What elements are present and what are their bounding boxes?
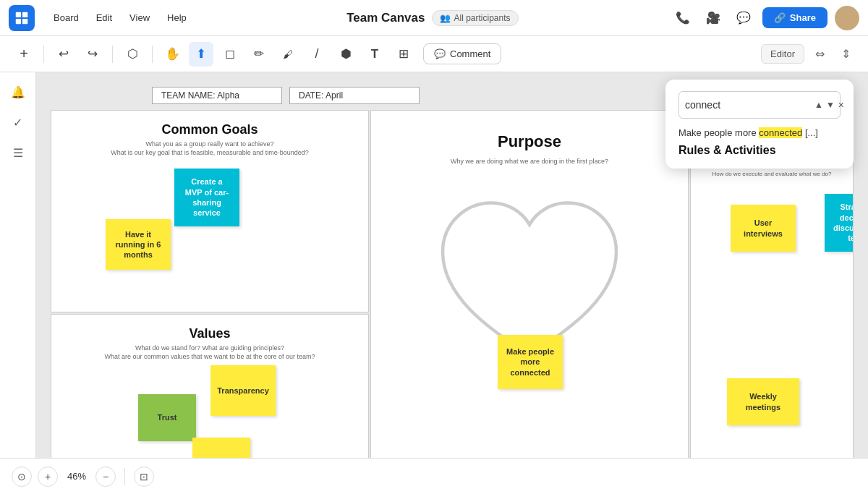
search-bar: ▲ ▼ × bbox=[678, 91, 841, 119]
eraser-tool[interactable]: ◻ bbox=[218, 42, 242, 67]
values-title: Values bbox=[63, 326, 357, 341]
left-sidebar: 🔔 ✓ ☰ bbox=[0, 72, 36, 458]
bottom-bar: ⊙ + 46% − ⊡ bbox=[0, 458, 868, 494]
user-avatar[interactable] bbox=[835, 6, 859, 30]
chat-icon-btn[interactable]: 💬 bbox=[732, 7, 755, 30]
common-goals-subtitle: What you as a group really want to achie… bbox=[63, 140, 357, 157]
sticky-create-mvp[interactable]: Create a MVP of car-sharing service bbox=[174, 169, 239, 226]
menu-items: Board Edit View Help bbox=[46, 9, 194, 27]
sticky-have-it-running[interactable]: Have it running in 6 months bbox=[106, 219, 171, 270]
sticky-weekly-meetings[interactable]: Weekly meetings bbox=[727, 378, 799, 425]
separator-2 bbox=[112, 46, 113, 63]
separator bbox=[124, 468, 125, 485]
line-tool[interactable]: / bbox=[305, 42, 329, 67]
collapse-button[interactable]: ⇔ bbox=[809, 43, 830, 65]
search-overlay: ▲ ▼ × Make people more connected [...] R… bbox=[665, 80, 854, 169]
share-label: Share bbox=[790, 12, 816, 23]
sticky-trust[interactable]: Trust bbox=[138, 394, 196, 441]
separator-3 bbox=[152, 46, 153, 63]
menu-list-icon[interactable]: ☰ bbox=[6, 140, 30, 165]
editor-badge: Editor bbox=[761, 44, 804, 64]
search-input[interactable] bbox=[685, 99, 812, 111]
redo-button[interactable]: ↪ bbox=[80, 42, 105, 67]
purpose-title: Purpose bbox=[383, 132, 676, 151]
share-icon: 🔗 bbox=[774, 12, 786, 23]
comment-icon: 💬 bbox=[434, 48, 446, 59]
common-goals-cell: Common Goals What you as a group really … bbox=[51, 110, 369, 312]
team-name-field[interactable]: TEAM NAME: Alpha bbox=[152, 87, 282, 104]
search-prev-button[interactable]: ▲ bbox=[814, 95, 823, 114]
menu-edit[interactable]: Edit bbox=[89, 9, 119, 27]
comment-button[interactable]: 💬 Comment bbox=[423, 43, 501, 64]
common-goals-title: Common Goals bbox=[63, 122, 357, 137]
shapes-tool[interactable]: ⬢ bbox=[333, 42, 358, 67]
stamp-button[interactable]: ⬡ bbox=[120, 42, 145, 67]
participants-badge[interactable]: 👥 All participants bbox=[432, 10, 518, 26]
menu-view[interactable]: View bbox=[122, 9, 157, 27]
app-logo[interactable] bbox=[9, 5, 35, 31]
phone-icon-btn[interactable]: 📞 bbox=[671, 7, 694, 30]
cursor-tool[interactable]: ⬆ bbox=[189, 42, 213, 67]
zoom-level: 46% bbox=[64, 471, 90, 482]
sticky-user-interviews[interactable]: User interviews bbox=[731, 205, 796, 252]
zoom-in-button[interactable]: + bbox=[38, 467, 58, 487]
comment-label: Comment bbox=[450, 48, 490, 59]
notification-icon[interactable]: 🔔 bbox=[6, 80, 30, 104]
pen-tool[interactable]: ✏ bbox=[247, 42, 271, 67]
tasks-icon[interactable]: ✓ bbox=[6, 110, 30, 135]
date-field[interactable]: DATE: April bbox=[289, 87, 420, 104]
add-button[interactable]: + bbox=[12, 42, 36, 67]
search-result-highlight: connected bbox=[759, 127, 802, 138]
menu-board[interactable]: Board bbox=[46, 9, 86, 27]
search-result-text: Make people more connected [...] bbox=[678, 127, 841, 138]
expand-button[interactable]: ⇕ bbox=[835, 43, 856, 65]
separator-1 bbox=[43, 46, 44, 63]
sticky-strategic-decision[interactable]: Strategic decision: discuss with team bbox=[825, 194, 854, 252]
search-result-prefix: Make people more bbox=[678, 127, 759, 138]
reset-zoom-button[interactable]: ⊙ bbox=[12, 467, 32, 487]
svg-rect-2 bbox=[16, 18, 21, 23]
values-cell: Values What do we stand for? What are gu… bbox=[51, 314, 369, 458]
search-section-title: Rules & Activities bbox=[678, 144, 841, 157]
menu-bar: Board Edit View Help Team Canvas 👥 All p… bbox=[0, 0, 868, 36]
title-area: Team Canvas 👥 All participants bbox=[194, 10, 671, 26]
sticky-transparency[interactable]: Transparency bbox=[210, 365, 276, 416]
svg-rect-0 bbox=[16, 12, 21, 17]
hand-tool[interactable]: ✋ bbox=[160, 42, 184, 67]
svg-rect-1 bbox=[22, 12, 27, 17]
brush-tool[interactable]: 🖌 bbox=[276, 42, 300, 67]
svg-rect-3 bbox=[22, 18, 27, 23]
zoom-out-button[interactable]: − bbox=[95, 467, 116, 487]
toolbar: + ↩ ↪ ⬡ ✋ ⬆ ◻ ✏ 🖌 / ⬢ T ⊞ 💬 Comment Edit… bbox=[0, 36, 868, 72]
fit-screen-button[interactable]: ⊡ bbox=[134, 467, 154, 487]
sticky-make-people[interactable]: Make people more connected bbox=[498, 335, 563, 389]
sticky-agile[interactable]: Agile bbox=[192, 438, 250, 458]
search-result-suffix: [...] bbox=[802, 127, 818, 138]
search-next-button[interactable]: ▼ bbox=[826, 95, 835, 114]
participants-icon: 👥 bbox=[440, 13, 451, 23]
purpose-subtitle: Why we are doing what we are doing in th… bbox=[383, 158, 676, 166]
video-icon-btn[interactable]: 🎥 bbox=[702, 7, 725, 30]
search-close-button[interactable]: × bbox=[838, 95, 844, 114]
page-title: Team Canvas bbox=[346, 11, 425, 25]
text-tool[interactable]: T bbox=[362, 42, 387, 67]
purpose-cell: Purpose Why we are doing what we are doi… bbox=[370, 110, 689, 458]
menu-help[interactable]: Help bbox=[160, 9, 194, 27]
undo-button[interactable]: ↩ bbox=[51, 42, 76, 67]
table-tool[interactable]: ⊞ bbox=[391, 42, 416, 67]
right-controls: 📞 🎥 💬 🔗 Share bbox=[671, 6, 859, 30]
participants-label: All participants bbox=[454, 13, 510, 23]
share-button[interactable]: 🔗 Share bbox=[762, 7, 827, 28]
values-subtitle: What do we stand for? What are guiding p… bbox=[63, 344, 357, 361]
